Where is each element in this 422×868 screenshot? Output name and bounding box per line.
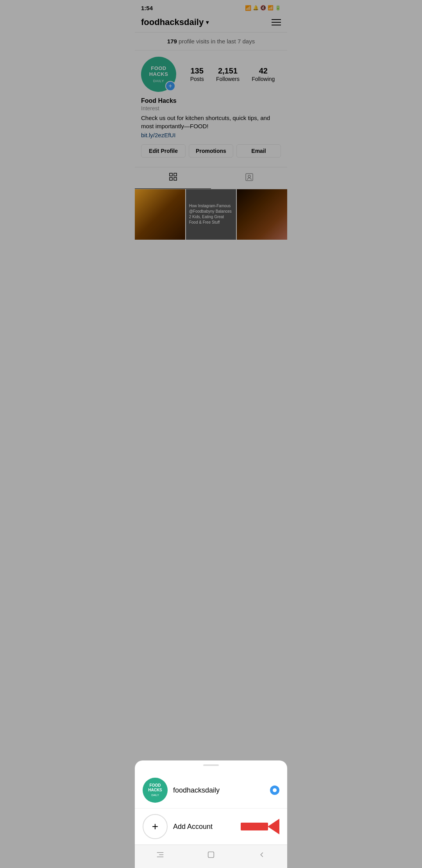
bottom-sheet-overlay[interactable] — [135, 0, 287, 313]
